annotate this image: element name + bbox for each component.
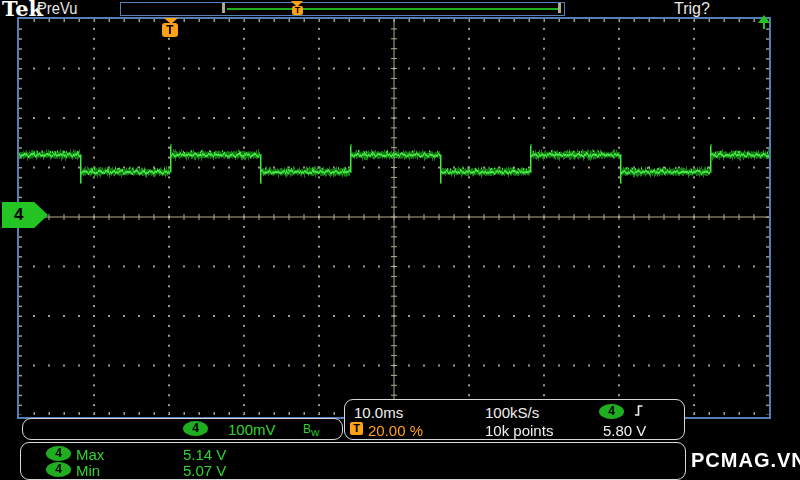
measurement-name: Min — [76, 463, 100, 478]
trigger-position-marker[interactable]: T — [162, 18, 180, 38]
arrow-stem — [763, 23, 765, 29]
horizontal-trigger-readout-box[interactable]: 10.0ms 100kS/s 4 T 20.00 % 10k points 5.… — [344, 399, 685, 440]
bw-b: B — [303, 422, 311, 436]
trigger-t-icon: T — [292, 6, 303, 15]
channel-4-readout-box[interactable]: 4 100mV BW — [22, 418, 343, 440]
channel-4-badge: 4 — [46, 446, 71, 461]
bandwidth-limit-indicator: BW — [303, 422, 320, 441]
trigger-position-label: 20.00 % — [368, 423, 423, 438]
record-view-waveform-line — [227, 8, 558, 10]
trigger-level-label: 5.80 V — [603, 423, 646, 438]
channel-4-badge: 4 — [183, 421, 208, 436]
arrow-up-icon — [758, 15, 770, 23]
measurement-value: 5.07 V — [183, 463, 226, 478]
bw-w: W — [311, 428, 320, 438]
channel-4-badge: 4 — [46, 462, 71, 477]
sample-rate-label: 100kS/s — [485, 405, 539, 420]
channel-scale-label: 100mV — [228, 422, 276, 437]
record-view-trigger-icon[interactable]: T — [290, 1, 304, 15]
record-view-right-bracket — [558, 3, 561, 13]
trigger-t-icon: T — [350, 422, 363, 435]
record-view-left-bracket — [222, 3, 225, 13]
trigger-source-badge: 4 — [599, 404, 624, 419]
waveform-display[interactable] — [19, 19, 769, 415]
oscilloscope-screen: Tek PreVu Trig? T T 4 4 100mV BW 10.0ms … — [0, 0, 800, 480]
measurement-name: Max — [76, 447, 104, 462]
trigger-status-label: Trig? — [674, 0, 710, 18]
trigger-level-offscreen-arrow-icon — [758, 15, 771, 29]
channel-4-marker-label: 4 — [14, 205, 23, 225]
rising-edge-slope-icon — [634, 403, 647, 418]
measurements-box[interactable]: 4 Max 5.14 V 4 Min 5.07 V — [20, 442, 686, 480]
time-per-division-label: 10.0ms — [354, 405, 403, 420]
record-length-label: 10k points — [485, 423, 553, 438]
pcmag-watermark: PCMAG.VN — [691, 449, 800, 472]
record-view-bar[interactable]: T — [120, 2, 565, 16]
measurement-value: 5.14 V — [183, 447, 226, 462]
trigger-t-icon: T — [162, 23, 178, 37]
acquisition-mode-label: PreVu — [37, 0, 77, 18]
